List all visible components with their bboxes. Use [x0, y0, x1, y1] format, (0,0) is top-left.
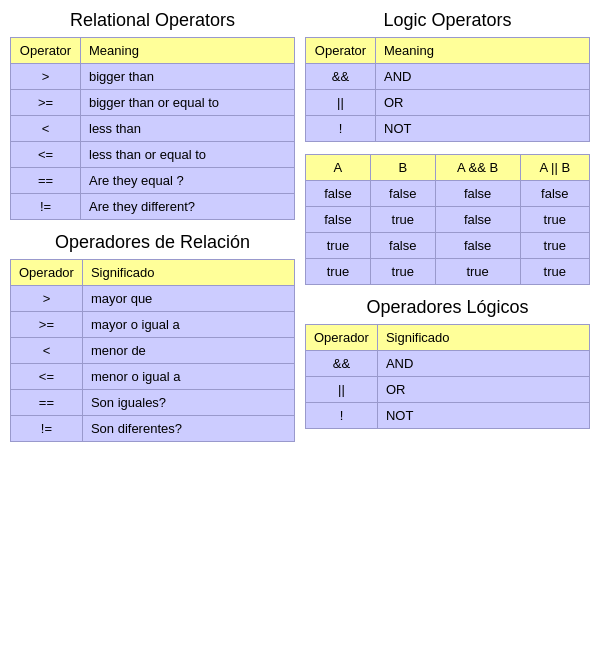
table-row: < less than	[11, 116, 295, 142]
truth-header: A && B	[435, 155, 520, 181]
operator-cell: &&	[306, 64, 376, 90]
table-row: falsefalsefalsefalse	[306, 181, 590, 207]
table-row: < menor de	[11, 338, 295, 364]
operator-cell: !=	[11, 194, 81, 220]
operator-cell: <=	[11, 364, 83, 390]
significado-cell: menor de	[82, 338, 294, 364]
table-row: == Are they equal ?	[11, 168, 295, 194]
truth-cell: true	[520, 207, 589, 233]
logicos-header-operator: Operador	[306, 325, 378, 351]
relacional-title: Operadores de Relación	[10, 232, 295, 253]
operator-cell: ==	[11, 168, 81, 194]
significado-cell: mayor o igual a	[82, 312, 294, 338]
truth-cell: false	[435, 181, 520, 207]
truth-cell: false	[435, 207, 520, 233]
truth-cell: false	[435, 233, 520, 259]
truth-header: A	[306, 155, 371, 181]
table-row: && AND	[306, 64, 590, 90]
truth-cell: false	[306, 207, 371, 233]
table-row: <= less than or equal to	[11, 142, 295, 168]
truth-cell: true	[370, 259, 435, 285]
relacional-header-operator: Operador	[11, 260, 83, 286]
table-row: > bigger than	[11, 64, 295, 90]
operator-cell: &&	[306, 351, 378, 377]
logic-section: Logic Operators Operator Meaning && AND|…	[305, 10, 590, 142]
relacional-table: Operador Significado > mayor que>= mayor…	[10, 259, 295, 442]
truth-cell: true	[520, 259, 589, 285]
relational-header-operator: Operator	[11, 38, 81, 64]
operator-cell: !	[306, 403, 378, 429]
significado-cell: menor o igual a	[82, 364, 294, 390]
truth-section: ABA && BA || B falsefalsefalsefalsefalse…	[305, 154, 590, 285]
truth-table: ABA && BA || B falsefalsefalsefalsefalse…	[305, 154, 590, 285]
meaning-cell: OR	[376, 90, 590, 116]
relational-header-meaning: Meaning	[81, 38, 295, 64]
operator-cell: >	[11, 64, 81, 90]
table-row: > mayor que	[11, 286, 295, 312]
meaning-cell: bigger than or equal to	[81, 90, 295, 116]
significado-cell: Son iguales?	[82, 390, 294, 416]
logic-title: Logic Operators	[305, 10, 590, 31]
logic-header-meaning: Meaning	[376, 38, 590, 64]
truth-cell: true	[306, 233, 371, 259]
meaning-cell: less than	[81, 116, 295, 142]
table-row: truefalsefalsetrue	[306, 233, 590, 259]
operator-cell: ==	[11, 390, 83, 416]
truth-cell: true	[306, 259, 371, 285]
table-row: != Son diferentes?	[11, 416, 295, 442]
logicos-header-significado: Significado	[377, 325, 589, 351]
operator-cell: >=	[11, 312, 83, 338]
truth-cell: true	[370, 207, 435, 233]
logic-header-operator: Operator	[306, 38, 376, 64]
logicos-table: Operador Significado && AND|| OR! NOT	[305, 324, 590, 429]
operator-cell: ||	[306, 90, 376, 116]
significado-cell: NOT	[377, 403, 589, 429]
truth-cell: false	[370, 233, 435, 259]
truth-cell: true	[520, 233, 589, 259]
meaning-cell: less than or equal to	[81, 142, 295, 168]
significado-cell: mayor que	[82, 286, 294, 312]
meaning-cell: Are they different?	[81, 194, 295, 220]
truth-header: A || B	[520, 155, 589, 181]
significado-cell: AND	[377, 351, 589, 377]
relational-section: Relational Operators Operator Meaning > …	[10, 10, 295, 220]
meaning-cell: NOT	[376, 116, 590, 142]
logic-table: Operator Meaning && AND|| OR! NOT	[305, 37, 590, 142]
table-row: ! NOT	[306, 403, 590, 429]
truth-cell: false	[306, 181, 371, 207]
operator-cell: <	[11, 338, 83, 364]
table-row: >= bigger than or equal to	[11, 90, 295, 116]
significado-cell: OR	[377, 377, 589, 403]
table-row: && AND	[306, 351, 590, 377]
meaning-cell: bigger than	[81, 64, 295, 90]
significado-cell: Son diferentes?	[82, 416, 294, 442]
operator-cell: !=	[11, 416, 83, 442]
table-row: == Son iguales?	[11, 390, 295, 416]
table-row: truetruetruetrue	[306, 259, 590, 285]
meaning-cell: Are they equal ?	[81, 168, 295, 194]
relational-title: Relational Operators	[10, 10, 295, 31]
relacional-section: Operadores de Relación Operador Signific…	[10, 232, 295, 442]
table-row: >= mayor o igual a	[11, 312, 295, 338]
operator-cell: ||	[306, 377, 378, 403]
logicos-title: Operadores Lógicos	[305, 297, 590, 318]
table-row: falsetruefalsetrue	[306, 207, 590, 233]
truth-cell: false	[520, 181, 589, 207]
table-row: || OR	[306, 90, 590, 116]
truth-cell: true	[435, 259, 520, 285]
operator-cell: >	[11, 286, 83, 312]
table-row: ! NOT	[306, 116, 590, 142]
relational-table: Operator Meaning > bigger than>= bigger …	[10, 37, 295, 220]
logicos-section: Operadores Lógicos Operador Significado …	[305, 297, 590, 429]
table-row: != Are they different?	[11, 194, 295, 220]
operator-cell: >=	[11, 90, 81, 116]
operator-cell: <	[11, 116, 81, 142]
truth-header: B	[370, 155, 435, 181]
operator-cell: <=	[11, 142, 81, 168]
relacional-header-significado: Significado	[82, 260, 294, 286]
truth-cell: false	[370, 181, 435, 207]
table-row: || OR	[306, 377, 590, 403]
meaning-cell: AND	[376, 64, 590, 90]
table-row: <= menor o igual a	[11, 364, 295, 390]
operator-cell: !	[306, 116, 376, 142]
